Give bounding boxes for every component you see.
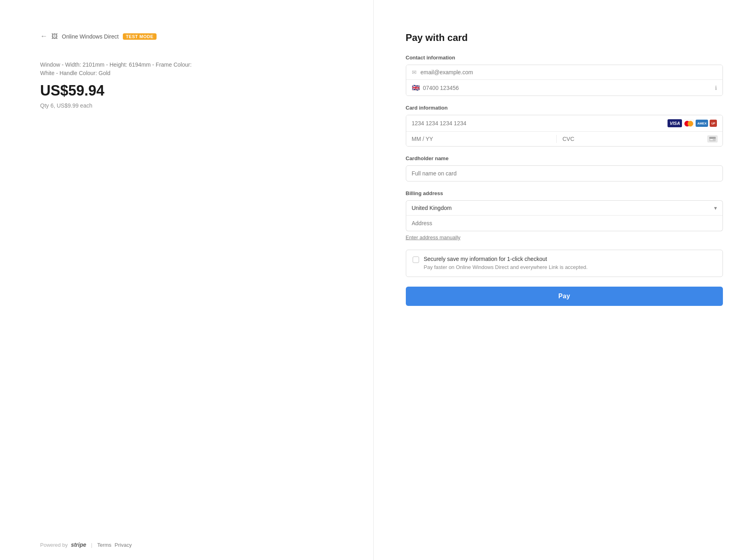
contact-input-group: ✉ 🇬🇧 ℹ	[406, 65, 723, 96]
terms-link[interactable]: Terms	[97, 542, 111, 548]
billing-section: Billing address United Kingdom ▾ Enter a…	[406, 190, 723, 241]
card-input-group: VISA AMEX UP	[406, 115, 723, 147]
save-info-checkbox[interactable]	[413, 257, 419, 263]
email-icon: ✉	[412, 69, 417, 75]
test-mode-badge: TEST MODE	[123, 33, 157, 40]
svg-rect-0	[709, 136, 716, 141]
enter-address-manually-link[interactable]: Enter address manually	[406, 234, 461, 240]
page-title: Pay with card	[406, 32, 723, 43]
store-name: Online Windows Direct	[62, 33, 119, 40]
pay-button[interactable]: Pay	[406, 287, 723, 306]
card-section: Card information VISA AMEX UP	[406, 105, 723, 147]
flag-icon: 🇬🇧	[412, 84, 420, 92]
chevron-down-icon: ▾	[714, 205, 717, 211]
visa-icon: VISA	[668, 119, 682, 127]
country-select-wrapper: United Kingdom ▾	[406, 200, 723, 215]
card-number-row: VISA AMEX UP	[406, 115, 723, 132]
stripe-logo: stripe	[71, 542, 86, 548]
price-display: US$59.94	[40, 82, 349, 99]
mastercard-icon	[684, 120, 694, 127]
address-input[interactable]	[406, 215, 723, 231]
cardholder-label: Cardholder name	[406, 155, 723, 161]
right-panel: Pay with card Contact information ✉ 🇬🇧 ℹ…	[374, 0, 747, 560]
save-info-subtitle: Pay faster on Online Windows Direct and …	[424, 264, 716, 271]
cvc-input[interactable]	[557, 132, 707, 146]
footer-divider: |	[91, 542, 92, 548]
info-icon: ℹ	[715, 85, 717, 91]
header-bar: ← 🖼 Online Windows Direct TEST MODE	[40, 32, 349, 41]
left-content: ← 🖼 Online Windows Direct TEST MODE Wind…	[0, 0, 373, 534]
privacy-link[interactable]: Privacy	[115, 542, 132, 548]
contact-label: Contact information	[406, 55, 723, 61]
card-expiry-cvc-row	[406, 132, 723, 146]
powered-by-text: Powered by	[40, 542, 68, 548]
card-icons: VISA AMEX UP	[668, 119, 717, 127]
product-description: Window - Width: 2101mm - Height: 6194mm …	[40, 61, 193, 77]
billing-label: Billing address	[406, 190, 723, 196]
expiry-input[interactable]	[406, 132, 557, 146]
email-row: ✉	[406, 65, 723, 80]
country-select[interactable]: United Kingdom	[412, 205, 714, 211]
amex-icon: AMEX	[696, 120, 708, 127]
save-info-title: Securely save my information for 1-click…	[424, 256, 716, 262]
save-info-box: Securely save my information for 1-click…	[406, 250, 723, 277]
back-button[interactable]: ←	[40, 32, 47, 41]
card-label: Card information	[406, 105, 723, 111]
svg-rect-2	[710, 139, 713, 140]
phone-input[interactable]	[423, 85, 715, 91]
cardholder-section: Cardholder name	[406, 155, 723, 181]
unionpay-icon: UP	[710, 120, 717, 127]
cardholder-input[interactable]	[406, 165, 723, 181]
store-icon: 🖼	[51, 33, 58, 40]
left-footer: Powered by stripe | Terms Privacy	[0, 534, 373, 560]
contact-section: Contact information ✉ 🇬🇧 ℹ	[406, 55, 723, 96]
save-info-text: Securely save my information for 1-click…	[424, 256, 716, 271]
card-number-input[interactable]	[412, 120, 668, 126]
left-panel: ← 🖼 Online Windows Direct TEST MODE Wind…	[0, 0, 374, 560]
cvc-card-icon	[707, 135, 718, 143]
qty-info: Qty 6, US$9.99 each	[40, 102, 349, 109]
email-input[interactable]	[421, 69, 717, 75]
svg-rect-1	[709, 137, 716, 138]
phone-row: 🇬🇧 ℹ	[406, 80, 723, 96]
